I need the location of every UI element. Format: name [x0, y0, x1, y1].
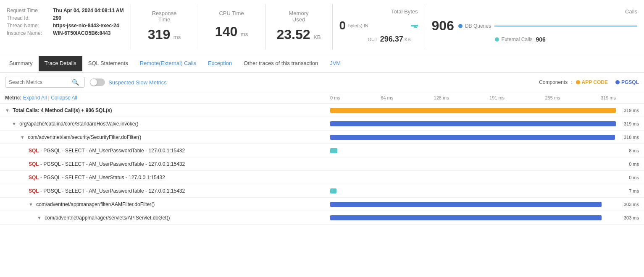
expand-icon-r7[interactable]: ▼	[29, 202, 33, 207]
trace-label-r3: - PGSQL - SELECT - AM_UserPasswordTable …	[40, 148, 185, 154]
expand-icon-r2[interactable]: ▼	[20, 135, 25, 140]
db-queries-dot	[458, 24, 463, 28]
tab-exception[interactable]: Exception	[202, 56, 238, 71]
pgsql-component: PGSQL	[611, 79, 639, 85]
total-bytes-label: Total Bytes	[339, 8, 418, 15]
cpu-time-label: CPU Time	[207, 10, 257, 16]
trace-name-r2: ▼ com/adventnet/iam/security/SecurityFil…	[20, 134, 330, 140]
arrow-in-icon	[413, 23, 419, 29]
calls-external-label: External Calls	[502, 37, 533, 42]
bytes-out-unit: KB	[405, 37, 411, 42]
sql-label-r3: SQL	[29, 148, 39, 154]
response-time-value: 319	[148, 27, 170, 42]
trace-duration-r3: 8 ms	[616, 148, 639, 153]
calls-db-row: 906 DB Queries	[432, 18, 637, 34]
request-time-label: Request Time	[7, 8, 53, 13]
app-code-dot	[576, 80, 580, 84]
external-calls-dot	[495, 37, 499, 42]
bytes-in-zero: 0	[339, 19, 346, 32]
calls-external-row: External Calls 906	[432, 36, 637, 43]
trace-bar-r1	[330, 121, 616, 126]
expand-icon-r8[interactable]: ▼	[37, 215, 42, 220]
timeline-mark-0: 0 ms	[330, 95, 340, 100]
trace-name-r4: SQL - PGSQL - SELECT - AM_UserPasswordTa…	[29, 161, 330, 167]
expand-all-link[interactable]: Expand All	[23, 95, 47, 101]
trace-label-r6: - PGSQL - SELECT - AM_UserPasswordTable …	[40, 188, 185, 194]
trace-row-r6: SQL - PGSQL - SELECT - AM_UserPasswordTa…	[0, 184, 644, 198]
trace-row-r2: ▼ com/adventnet/iam/security/SecurityFil…	[0, 131, 644, 144]
tab-jvm[interactable]: JVM	[324, 56, 347, 71]
pgsql-dot	[615, 80, 620, 84]
expand-icon-r1[interactable]: ▼	[12, 121, 16, 126]
trace-duration-r4: 0 ms	[616, 162, 639, 167]
trace-area: ▼ Total Calls: 4 Method Call(s) + 906 SQ…	[0, 104, 644, 225]
trace-label-r8: com/adventnet/appmanager/servlets/APISer…	[45, 215, 170, 221]
trace-label-r1: org/apache/catalina/core/StandardHostVal…	[19, 121, 138, 127]
tab-remote-external-calls[interactable]: Remote(External) Calls	[134, 56, 202, 71]
slow-metrics-toggle[interactable]	[90, 78, 105, 86]
search-bar: 🔍 Suspected Slow Metrics Components : AP…	[0, 73, 644, 92]
trace-row-r8: ▼ com/adventnet/appmanager/servlets/APIS…	[0, 211, 644, 225]
trace-bar-r8	[330, 215, 602, 220]
response-time-unit: ms	[173, 34, 181, 40]
bytes-in-label: byte(s) IN	[348, 23, 368, 28]
trace-bar-r6	[330, 188, 336, 193]
thread-name-label: Thread Name:	[7, 23, 53, 29]
search-input-wrap[interactable]: 🔍	[5, 77, 85, 88]
trace-name-r8: ▼ com/adventnet/appmanager/servlets/APIS…	[37, 215, 330, 221]
toggle-knob	[90, 79, 97, 86]
response-time-block: ResponseTime 319 ms	[131, 4, 198, 50]
tab-trace-details[interactable]: Trace Details	[39, 56, 82, 71]
trace-duration-r1: 319 ms	[616, 121, 639, 126]
trace-label-r7: com/adventnet/appmanager/filter/AAMFilte…	[36, 201, 155, 207]
toggle-wrap: Suspected Slow Metrics	[90, 78, 167, 86]
trace-name-r1: ▼ org/apache/catalina/core/StandardHostV…	[12, 121, 330, 127]
bytes-out-row: OUT 296.37 KB	[339, 35, 418, 44]
cpu-time-unit: ms	[241, 31, 248, 37]
tab-summary[interactable]: Summary	[3, 56, 39, 71]
tab-sql-statements[interactable]: SQL Statements	[82, 56, 134, 71]
thread-id-label: Thread Id:	[7, 15, 53, 21]
slow-metrics-label: Suspected Slow Metrics	[108, 79, 167, 86]
sql-label-r6: SQL	[29, 188, 39, 194]
calls-block: Calls 906 DB Queries External Calls 906	[425, 4, 644, 50]
trace-timeline-r2	[330, 133, 616, 141]
bytes-in-row: 0 byte(s) IN	[339, 19, 418, 32]
instance-name-label: Instance Name:	[7, 30, 53, 36]
trace-name-r7: ▼ com/adventnet/appmanager/filter/AAMFil…	[29, 201, 330, 207]
cpu-time-value: 140	[215, 24, 237, 39]
timeline-mark-4: 255 ms	[545, 95, 560, 100]
pgsql-label: PGSQL	[621, 79, 639, 85]
trace-duration-r2: 318 ms	[616, 135, 639, 140]
search-icon[interactable]: 🔍	[72, 79, 79, 86]
trace-bar-r7	[330, 202, 602, 207]
bytes-out-label: OUT	[368, 37, 378, 42]
calls-db-value: 906	[432, 18, 454, 34]
sql-label-r4: SQL	[29, 161, 39, 167]
search-input[interactable]	[9, 79, 72, 85]
cpu-time-block: CPU Time 140 ms	[198, 4, 265, 50]
calls-db-label: DB Queries	[465, 23, 491, 29]
collapse-all-link[interactable]: Collapse All	[51, 95, 77, 101]
thread-id-value: 290	[53, 15, 61, 21]
timeline-mark-5: 319 ms	[601, 95, 616, 100]
trace-timeline-r4	[330, 160, 616, 168]
memory-value: 23.52	[276, 27, 310, 42]
trace-row-total: ▼ Total Calls: 4 Method Call(s) + 906 SQ…	[0, 104, 644, 117]
trace-name-r3: SQL - PGSQL - SELECT - AM_UserPasswordTa…	[29, 148, 330, 154]
trace-row-r5: SQL - PGSQL - SELECT - AM_UserStatus - 1…	[0, 171, 644, 184]
trace-timeline-r8	[330, 214, 616, 222]
timeline-mark-1: 64 ms	[381, 95, 393, 100]
thread-name-value: https-jsse-nio-8443-exec-24	[53, 23, 119, 29]
calls-external-value: 906	[536, 36, 546, 43]
trace-duration-r5: 0 ms	[616, 175, 639, 180]
timeline-mark-2: 128 ms	[434, 95, 449, 100]
trace-label-r5: - PGSQL - SELECT - AM_UserStatus - 127.0…	[40, 175, 165, 180]
tab-other-traces[interactable]: Other traces of this transaction	[238, 56, 324, 71]
expand-icon-total[interactable]: ▼	[5, 108, 10, 113]
trace-bar-total	[330, 108, 616, 113]
calls-label: Calls	[432, 8, 637, 15]
sql-label-r5: SQL	[29, 175, 39, 180]
trace-bar-r3	[330, 148, 337, 153]
trace-row-r1: ▼ org/apache/catalina/core/StandardHostV…	[0, 117, 644, 131]
